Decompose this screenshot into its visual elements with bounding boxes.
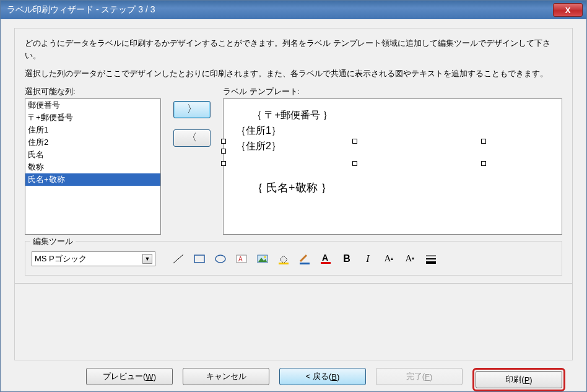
print-button-highlight: 印刷(P) xyxy=(472,368,565,391)
svg-rect-10 xyxy=(300,263,310,264)
svg-rect-9 xyxy=(279,263,289,264)
print-button[interactable]: 印刷(P) xyxy=(476,371,562,388)
image-tool-icon[interactable] xyxy=(256,253,269,265)
template-line: ｛住所1｝ xyxy=(236,124,549,137)
resize-handle[interactable] xyxy=(352,161,357,166)
svg-point-2 xyxy=(215,255,225,263)
template-label: ラベル テンプレート: xyxy=(223,86,562,97)
template-line: ｛ 氏名+敬称 ｝ xyxy=(236,180,549,195)
titlebar: ラベル印刷ウィザード - ステップ 3 / 3 X xyxy=(1,1,586,19)
svg-line-0 xyxy=(173,255,183,263)
svg-rect-1 xyxy=(194,255,204,263)
line-weight-icon[interactable] xyxy=(424,253,438,265)
resize-handle[interactable] xyxy=(221,139,226,144)
italic-icon[interactable]: I xyxy=(361,253,375,265)
list-item[interactable]: 〒+郵便番号 xyxy=(25,111,160,124)
template-line: ｛ 〒+郵便番号 ｝ xyxy=(236,109,549,122)
finish-button: 完了(F) xyxy=(376,368,463,385)
list-item[interactable]: 住所2 xyxy=(25,136,160,149)
list-item[interactable]: 住所1 xyxy=(25,124,160,136)
bold-icon[interactable]: B xyxy=(340,253,354,265)
font-select[interactable]: MS Pゴシック ▼ xyxy=(32,251,155,266)
font-color-icon[interactable]: A xyxy=(319,253,333,265)
font-size-up-icon[interactable]: A▴ xyxy=(382,253,396,265)
cancel-button[interactable]: キャンセル xyxy=(183,368,269,385)
resize-handle[interactable] xyxy=(481,139,486,144)
edit-tools-legend: 編集ツール xyxy=(30,236,76,247)
fill-color-icon[interactable] xyxy=(277,253,290,265)
close-button[interactable]: X xyxy=(553,3,583,17)
preview-button[interactable]: プレビュー(W) xyxy=(86,368,173,385)
description-2: 選択した列のデータがここでデザインしたとおりに印刷されます。また、各ラベルで共通… xyxy=(25,68,562,80)
template-line-blank xyxy=(236,155,549,178)
font-select-value: MS Pゴシック xyxy=(35,253,87,264)
template-line: ｛住所2｝ xyxy=(236,140,549,153)
label-template-area[interactable]: ｛ 〒+郵便番号 ｝ ｛住所1｝ ｛住所2｝ ｛ 氏名+敬称 ｝ xyxy=(223,98,562,235)
resize-handle[interactable] xyxy=(221,149,226,154)
columns-listbox[interactable]: 郵便番号〒+郵便番号住所1住所2氏名敬称氏名+敬称 xyxy=(25,98,161,235)
ellipse-tool-icon[interactable] xyxy=(214,253,227,265)
svg-text:A: A xyxy=(322,253,328,263)
list-item[interactable]: 氏名 xyxy=(25,149,160,161)
svg-point-7 xyxy=(264,256,266,258)
list-item[interactable]: 敬称 xyxy=(25,161,160,173)
list-item[interactable]: 郵便番号 xyxy=(25,99,160,111)
list-item[interactable]: 氏名+敬称 xyxy=(25,173,160,186)
back-button[interactable]: < 戻る(B) xyxy=(279,368,366,385)
chevron-down-icon: ▼ xyxy=(142,254,152,264)
svg-marker-8 xyxy=(280,256,287,263)
rectangle-tool-icon[interactable] xyxy=(193,253,206,265)
remove-column-button[interactable]: 〈 xyxy=(173,129,211,147)
resize-handle[interactable] xyxy=(352,139,357,144)
svg-rect-12 xyxy=(321,262,331,264)
resize-handle[interactable] xyxy=(481,161,486,166)
description-1: どのようにデータをラベルに印刷するかデザインすることができます。列名をラベル テ… xyxy=(25,37,562,61)
line-color-icon[interactable] xyxy=(298,253,311,265)
add-column-button[interactable]: 〉 xyxy=(173,101,211,118)
columns-label: 選択可能な列: xyxy=(25,86,161,97)
font-size-down-icon[interactable]: A▾ xyxy=(403,253,417,265)
line-tool-icon[interactable] xyxy=(172,253,185,265)
window-title: ラベル印刷ウィザード - ステップ 3 / 3 xyxy=(7,4,553,15)
textbox-tool-icon[interactable]: A xyxy=(235,253,248,265)
resize-handle[interactable] xyxy=(221,161,226,166)
edit-tools-group: 編集ツール MS Pゴシック ▼ xyxy=(25,241,562,276)
svg-text:A: A xyxy=(238,256,243,263)
